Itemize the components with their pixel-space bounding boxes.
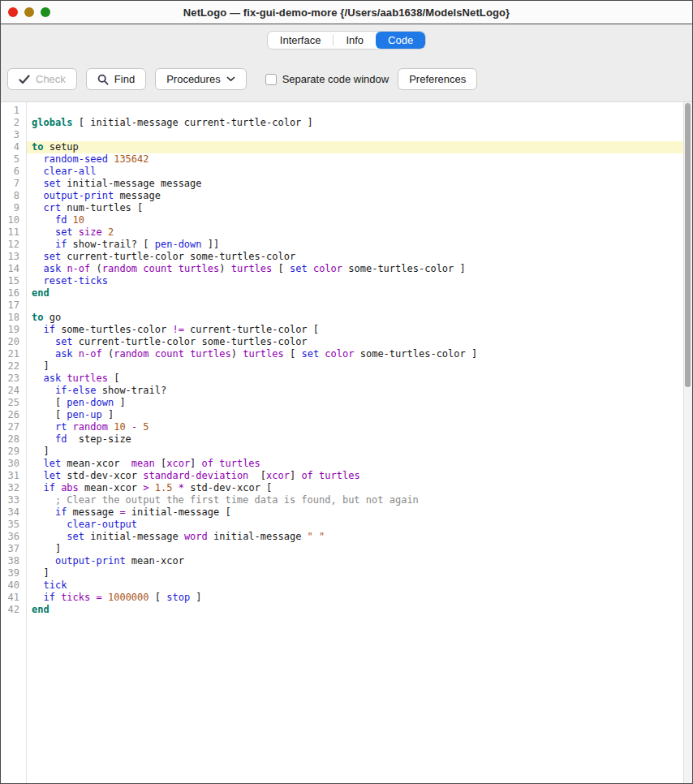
code-line[interactable]: to setup — [27, 141, 683, 153]
code-line[interactable]: set initial-message message — [27, 178, 683, 190]
code-line[interactable]: ] — [27, 567, 683, 579]
code-line[interactable]: let mean-xcor mean [xcor] of turtles — [27, 458, 683, 470]
check-button[interactable]: Check — [7, 68, 77, 90]
code-token: of — [301, 470, 312, 481]
code-line[interactable]: output-print message — [27, 190, 683, 202]
line-number: 36 — [1, 531, 26, 543]
code-token: initial-message — [84, 531, 184, 542]
preferences-button[interactable]: Preferences — [398, 68, 477, 90]
code-line[interactable]: if show-trail? [ pen-down ]] — [27, 239, 683, 251]
find-button[interactable]: Find — [86, 68, 146, 90]
code-line[interactable]: output-print mean-xcor — [27, 555, 683, 567]
code-line[interactable]: ask turtles [ — [27, 373, 683, 385]
code-token: some-turtles-color ] — [342, 263, 466, 274]
code-line[interactable]: set current-turtle-color some-turtles-co… — [27, 336, 683, 348]
code-line[interactable]: set size 2 — [27, 226, 683, 239]
code-line[interactable]: let std-dev-xcor standard-deviation [xco… — [27, 470, 683, 482]
code-token: 135642 — [114, 153, 148, 165]
code-token: ( — [90, 263, 101, 274]
code-token: if — [55, 239, 67, 250]
line-number: 4 — [1, 141, 26, 153]
code-line[interactable] — [27, 129, 683, 141]
code-token: ]] — [202, 239, 220, 250]
code-line[interactable]: end — [27, 287, 683, 299]
code-token — [313, 470, 319, 481]
code-line[interactable]: ask n-of (random count turtles) turtles … — [27, 263, 683, 275]
code-line[interactable]: clear-all — [27, 166, 683, 178]
code-token — [102, 226, 108, 238]
code-line[interactable]: end — [27, 604, 683, 616]
code-token: rt — [55, 421, 67, 433]
code-line[interactable]: random-seed 135642 — [27, 153, 683, 166]
code-token: xcor — [266, 470, 290, 481]
code-line[interactable]: clear-output — [27, 519, 683, 531]
scrollbar-thumb[interactable] — [685, 103, 691, 387]
code-content[interactable]: globals [ initial-message current-turtle… — [27, 102, 683, 783]
code-token: ] — [32, 360, 50, 372]
search-icon — [97, 74, 109, 85]
tab-info[interactable]: Info — [334, 32, 376, 49]
tab-interface[interactable]: Interface — [268, 32, 334, 49]
minimize-window-button[interactable] — [24, 7, 34, 17]
separate-code-window-group: Separate code window — [265, 73, 390, 85]
procedures-dropdown[interactable]: Procedures — [155, 68, 246, 90]
zoom-window-button[interactable] — [41, 7, 50, 17]
code-token — [32, 336, 55, 347]
code-token — [32, 506, 55, 518]
code-line[interactable]: set current-turtle-color some-turtles-co… — [27, 251, 683, 263]
code-token — [32, 482, 43, 493]
code-token: ] — [32, 567, 50, 579]
code-token: pen-down — [155, 239, 202, 250]
code-token — [32, 433, 55, 445]
code-line[interactable]: if-else show-trail? — [27, 385, 683, 397]
close-window-button[interactable] — [8, 7, 18, 17]
code-token — [32, 166, 43, 177]
code-line[interactable]: [ pen-up ] — [27, 409, 683, 421]
code-line[interactable]: globals [ initial-message current-turtle… — [27, 117, 683, 129]
code-line[interactable]: if ticks = 1000000 [ stop ] — [27, 592, 683, 604]
separate-code-window-checkbox[interactable] — [265, 74, 277, 85]
code-line[interactable]: tick — [27, 579, 683, 592]
line-number: 10 — [1, 214, 26, 226]
code-token — [67, 421, 72, 433]
code-line[interactable]: [ pen-down ] — [27, 397, 683, 409]
code-line[interactable]: reset-ticks — [27, 275, 683, 287]
code-line[interactable]: set initial-message word initial-message… — [27, 531, 683, 543]
code-token: std-dev-xcor — [61, 470, 143, 481]
line-number: 15 — [1, 275, 26, 287]
code-line[interactable]: ; Clear the output the first time data i… — [27, 494, 683, 506]
code-line[interactable]: to go — [27, 312, 683, 324]
code-line[interactable]: fd step-size — [27, 433, 683, 446]
code-line[interactable]: rt random 10 - 5 — [27, 421, 683, 433]
titlebar: NetLogo — fix-gui-demo-more {/Users/aab1… — [1, 1, 692, 24]
code-line[interactable] — [27, 105, 683, 117]
line-number: 6 — [1, 166, 26, 178]
code-toolbar: Check Find Procedures Separate code wind… — [1, 68, 692, 90]
code-token: pen-down — [67, 397, 114, 408]
code-line[interactable]: crt num-turtles [ — [27, 202, 683, 214]
code-line[interactable]: ] — [27, 543, 683, 555]
line-number: 28 — [1, 433, 26, 446]
code-line[interactable]: fd 10 — [27, 214, 683, 226]
code-token: random — [114, 348, 148, 360]
line-number: 7 — [1, 178, 26, 190]
line-number: 2 — [1, 117, 26, 129]
code-line[interactable]: ] — [27, 446, 683, 458]
code-line[interactable]: if abs mean-xcor > 1.5 * std-dev-xcor [ — [27, 482, 683, 494]
vertical-scrollbar[interactable] — [683, 102, 692, 783]
code-line[interactable]: ask n-of (random count turtles) turtles … — [27, 348, 683, 360]
code-token: mean — [131, 458, 155, 469]
line-number: 1 — [1, 105, 26, 117]
code-token — [32, 373, 43, 384]
code-token: end — [32, 287, 50, 299]
line-number: 26 — [1, 409, 26, 421]
code-line[interactable]: if message = initial-message [ — [27, 506, 683, 519]
tab-code[interactable]: Code — [376, 32, 425, 49]
code-line[interactable] — [27, 299, 683, 312]
code-token: ) — [219, 263, 230, 274]
code-token — [172, 263, 178, 274]
code-token: pen-up — [67, 409, 101, 420]
code-line[interactable]: ] — [27, 360, 683, 373]
code-token: current-turtle-color some-turtles-color — [73, 336, 308, 347]
code-line[interactable]: if some-turtles-color != current-turtle-… — [27, 324, 683, 336]
